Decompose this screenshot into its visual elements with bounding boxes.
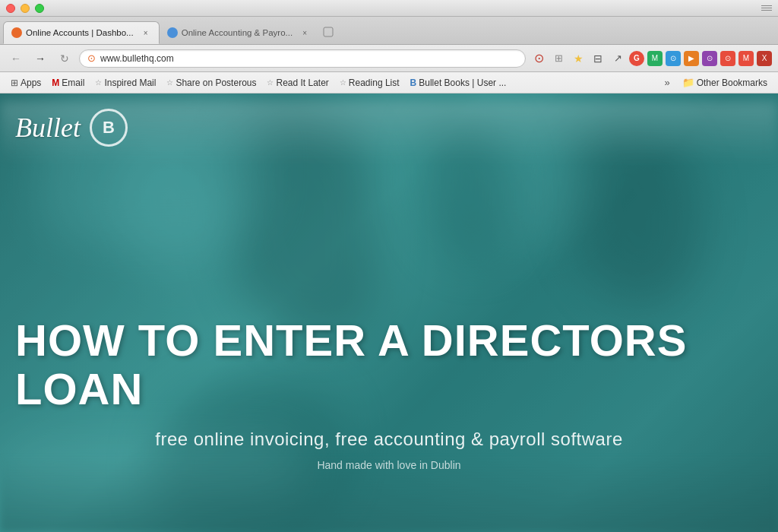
minimize-button[interactable] [21, 4, 30, 13]
inspired-mail-label: Inspired Mail [104, 78, 156, 88]
url-bar[interactable]: ⊙ www.bullethq.com [79, 49, 526, 68]
tab-favicon-2 [167, 27, 178, 38]
reading-list-label: Reading List [349, 78, 400, 88]
close-button[interactable] [6, 4, 15, 13]
tab-close-2[interactable]: × [299, 27, 310, 38]
bookmark-star[interactable]: ★ [570, 50, 587, 67]
refresh-button[interactable]: ↻ [55, 49, 74, 68]
maximize-button[interactable] [35, 4, 44, 13]
bookmark-inspired-mail[interactable]: ☆ Inspired Mail [90, 76, 160, 90]
tab-label-2: Online Accounting & Payro... [182, 28, 293, 37]
logo-text: Bullet [15, 112, 81, 144]
bookmarks-bar: ⊞ Apps M Email ☆ Inspired Mail ☆ Share o… [0, 72, 778, 93]
bookmark-bullet-books[interactable]: B Bullet Books | User ... [406, 76, 511, 90]
tab-favicon-1 [11, 27, 22, 38]
overflow-icon: » [664, 77, 669, 88]
icon-airdrop[interactable]: ↗ [609, 50, 626, 67]
hero-subtitle: free online invoicing, free accounting &… [15, 429, 763, 450]
posterous-icon: ☆ [166, 78, 173, 87]
bookmark-posterous[interactable]: ☆ Share on Posterous [162, 76, 261, 90]
tab-1[interactable]: Online Accounts | Dashbo... × [3, 21, 160, 44]
ext-icon-8[interactable]: X [757, 51, 772, 66]
address-bar: ← → ↻ ⊙ www.bullethq.com ⊙ ⊞ ★ ⊟ ↗ G M ⊙… [0, 45, 778, 72]
bookmark-reading-list[interactable]: ☆ Reading List [335, 76, 404, 90]
icon-tabview[interactable]: ⊞ [550, 50, 567, 67]
bullet-books-icon: B [410, 78, 417, 88]
email-icon: M [52, 78, 59, 88]
url-favicon: ⊙ [87, 52, 96, 64]
logo-circle: B [90, 109, 128, 147]
read-later-label: Read It Later [276, 78, 328, 88]
ext-icon-7[interactable]: M [738, 51, 754, 66]
bookmark-apps[interactable]: ⊞ Apps [6, 76, 46, 90]
url-text: www.bullethq.com [100, 53, 174, 64]
hero-content: HOW TO ENTER A DIRECTORS LOAN free onlin… [0, 316, 778, 471]
bookmark-read-later[interactable]: ☆ Read It Later [262, 76, 333, 90]
forward-button[interactable]: → [30, 49, 50, 68]
svg-rect-0 [324, 27, 333, 36]
apps-icon: ⊞ [11, 78, 18, 88]
page-content: Bullet B HOW TO ENTER A DIRECTORS LOAN f… [0, 93, 778, 532]
ext-icon-3[interactable]: ⊙ [666, 51, 681, 66]
apps-label: Apps [21, 78, 41, 88]
bookmarks-overflow[interactable]: » [659, 75, 674, 90]
ext-icon-6[interactable]: ⊙ [720, 51, 735, 66]
title-bar-right [761, 5, 772, 11]
icon-share[interactable]: ⊟ [590, 50, 606, 67]
hero-title: HOW TO ENTER A DIRECTORS LOAN [15, 316, 763, 413]
icon-readinglist[interactable]: ⊙ [530, 50, 547, 67]
reading-list-icon: ☆ [340, 78, 346, 87]
window-controls [6, 4, 44, 13]
ext-icon-4[interactable]: ▶ [684, 51, 699, 66]
new-tab-button[interactable] [318, 21, 339, 43]
posterous-label: Share on Posterous [176, 78, 256, 88]
tab-bar: Online Accounts | Dashbo... × Online Acc… [0, 17, 778, 45]
ext-icon-2[interactable]: M [647, 51, 663, 66]
bookmark-email[interactable]: M Email [47, 76, 89, 90]
bullet-books-label: Bullet Books | User ... [419, 78, 506, 88]
bookmark-folder-icon[interactable]: 📁 Other Bookmarks [678, 75, 772, 90]
email-label: Email [62, 78, 84, 88]
menu-icon[interactable] [761, 5, 772, 11]
back-button[interactable]: ← [6, 49, 26, 68]
ext-icon-5[interactable]: ⊙ [702, 51, 717, 66]
read-later-icon: ☆ [267, 78, 274, 87]
toolbar-icons: ⊙ ⊞ ★ ⊟ ↗ G M ⊙ ▶ ⊙ ⊙ M X [530, 50, 772, 67]
tab-2[interactable]: Online Accounting & Payro... × [160, 21, 318, 44]
ext-icon-1[interactable]: G [629, 51, 644, 66]
inspired-mail-icon: ☆ [95, 78, 102, 87]
hero-tagline: Hand made with love in Dublin [15, 459, 763, 471]
other-bookmarks-label: Other Bookmarks [697, 78, 767, 88]
tab-close-1[interactable]: × [141, 27, 151, 38]
folder-icon: 📁 [682, 77, 694, 88]
tab-label-1: Online Accounts | Dashbo... [26, 28, 134, 37]
logo: Bullet B [15, 109, 128, 147]
title-bar [0, 0, 778, 17]
